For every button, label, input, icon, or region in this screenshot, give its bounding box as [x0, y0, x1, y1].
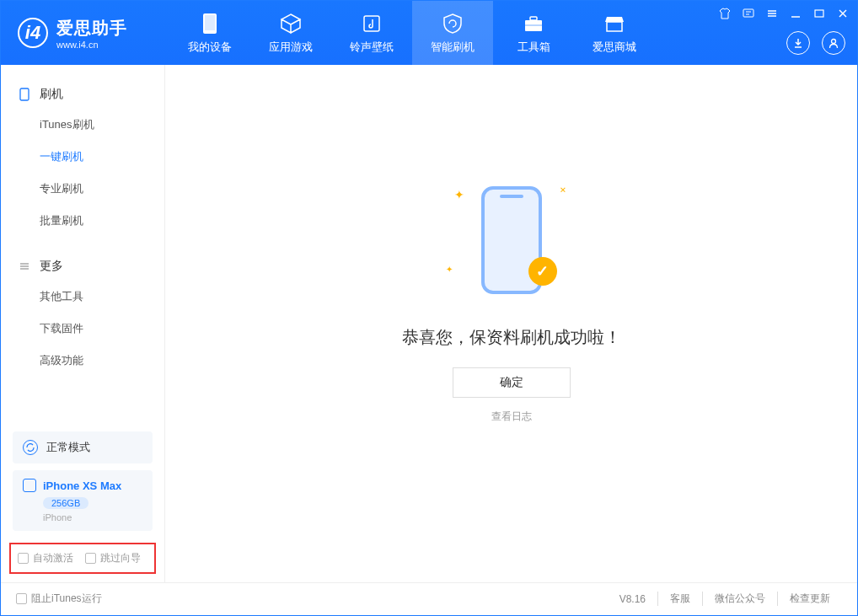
success-illustration: ✦ + ✦ ✓	[444, 173, 579, 308]
support-link[interactable]: 客服	[657, 592, 702, 606]
feedback-icon[interactable]	[741, 6, 756, 21]
sidebar: 刷机 iTunes刷机 一键刷机 专业刷机 批量刷机 更多 其他工具 下载固件 …	[1, 65, 165, 582]
version-label: V8.16	[619, 593, 657, 605]
device-small-icon	[18, 88, 31, 101]
device-type: iPhone	[43, 512, 142, 522]
device-icon	[23, 479, 36, 492]
sidebar-item-onekey[interactable]: 一键刷机	[1, 141, 164, 173]
download-button[interactable]	[786, 31, 810, 55]
user-controls	[786, 31, 845, 55]
title-bar: i4 爱思助手 www.i4.cn 我的设备 应用游戏 铃声壁纸 智能刷机 工具…	[1, 1, 857, 65]
sync-icon	[23, 440, 38, 455]
main-content: ✦ + ✦ ✓ 恭喜您，保资料刷机成功啦！ 确定 查看日志	[165, 65, 857, 582]
main-nav: 我的设备 应用游戏 铃声壁纸 智能刷机 工具箱 爱思商城	[169, 1, 655, 65]
tab-tools[interactable]: 工具箱	[493, 1, 574, 65]
svg-rect-7	[743, 9, 753, 17]
success-message: 恭喜您，保资料刷机成功啦！	[402, 326, 621, 349]
svg-rect-5	[525, 24, 542, 26]
user-button[interactable]	[822, 31, 845, 55]
device-name: iPhone XS Max	[43, 479, 121, 492]
mode-box[interactable]: 正常模式	[13, 431, 153, 463]
sidebar-item-other[interactable]: 其他工具	[1, 281, 164, 313]
device-box[interactable]: iPhone XS Max 256GB iPhone	[13, 470, 153, 531]
tab-store[interactable]: 爱思商城	[574, 1, 655, 65]
tab-flash[interactable]: 智能刷机	[412, 1, 493, 65]
store-icon	[603, 12, 626, 35]
sidebar-item-itunes[interactable]: iTunes刷机	[1, 109, 164, 141]
svg-rect-19	[20, 88, 29, 100]
tab-ringtone[interactable]: 铃声壁纸	[331, 1, 412, 65]
maximize-button[interactable]	[812, 6, 827, 21]
svg-rect-1	[205, 15, 215, 30]
svg-rect-2	[364, 16, 379, 31]
minimize-button[interactable]	[788, 6, 803, 21]
status-bar: 阻止iTunes运行 V8.16 客服 微信公众号 检查更新	[1, 582, 857, 614]
list-icon	[18, 260, 31, 273]
mode-label: 正常模式	[46, 440, 90, 455]
tab-mydevice[interactable]: 我的设备	[169, 1, 250, 65]
app-subtitle: www.i4.cn	[56, 40, 127, 50]
checkbox-auto-activate[interactable]: 自动激活	[18, 551, 73, 565]
svg-rect-6	[607, 22, 622, 31]
sidebar-item-advanced[interactable]: 高级功能	[1, 345, 164, 377]
svg-point-18	[832, 40, 836, 44]
app-logo: i4 爱思助手 www.i4.cn	[1, 17, 169, 50]
sidebar-item-firmware[interactable]: 下载固件	[1, 313, 164, 345]
svg-rect-4	[530, 17, 537, 20]
logo-icon: i4	[18, 18, 48, 48]
tshirt-icon[interactable]	[717, 6, 732, 21]
sparkle-icon: ✦	[454, 188, 464, 201]
checkbox-block-itunes[interactable]: 阻止iTunes运行	[16, 592, 102, 606]
view-log-link[interactable]: 查看日志	[491, 410, 532, 424]
menu-icon[interactable]	[764, 6, 780, 21]
tab-apps[interactable]: 应用游戏	[250, 1, 331, 65]
music-icon	[360, 12, 383, 35]
window-controls	[717, 6, 850, 21]
cube-icon	[279, 12, 303, 35]
ok-button[interactable]: 确定	[453, 367, 571, 398]
svg-rect-14	[815, 10, 823, 17]
sparkle-icon: ✦	[446, 265, 453, 274]
close-button[interactable]	[835, 6, 850, 21]
wechat-link[interactable]: 微信公众号	[702, 592, 777, 606]
options-row: 自动激活 跳过向导	[9, 543, 156, 574]
refresh-shield-icon	[441, 12, 464, 35]
sparkle-icon: +	[556, 182, 571, 196]
sidebar-group-flash: 刷机	[1, 80, 164, 109]
sidebar-group-more: 更多	[1, 252, 164, 281]
sidebar-item-batch[interactable]: 批量刷机	[1, 205, 164, 237]
app-title: 爱思助手	[56, 17, 127, 40]
check-badge-icon: ✓	[528, 257, 557, 286]
update-link[interactable]: 检查更新	[777, 592, 842, 606]
device-storage: 256GB	[43, 497, 88, 509]
phone-icon	[198, 12, 222, 35]
toolbox-icon	[522, 12, 545, 35]
checkbox-skip-guide[interactable]: 跳过向导	[85, 551, 141, 565]
sidebar-item-pro[interactable]: 专业刷机	[1, 173, 164, 205]
